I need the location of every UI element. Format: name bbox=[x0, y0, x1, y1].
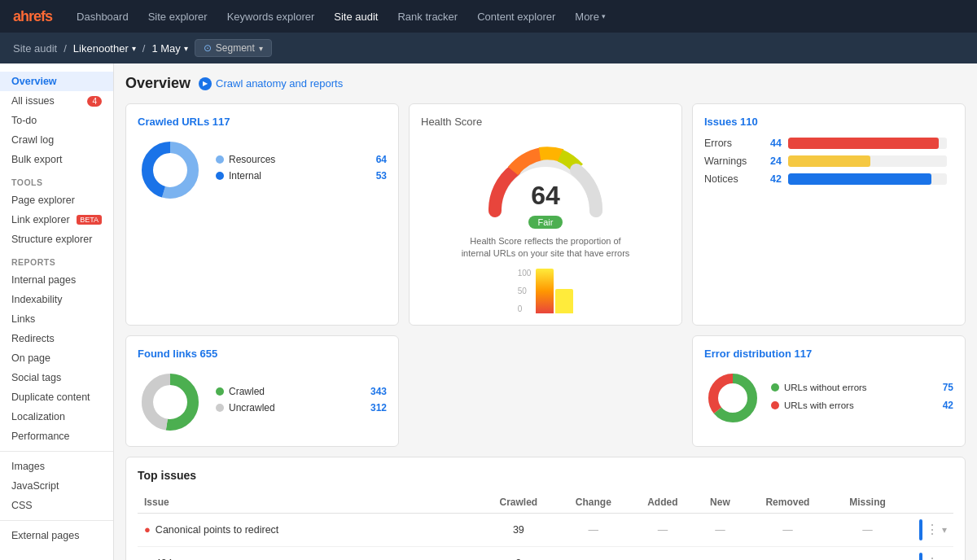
play-icon: ▶ bbox=[199, 77, 212, 90]
sidebar-item-performance[interactable]: Performance bbox=[0, 427, 113, 446]
nav-site-explorer[interactable]: Site explorer bbox=[140, 6, 216, 28]
crawled-urls-card: Crawled URLs 117 bbox=[125, 103, 399, 326]
breadcrumb-sep: / bbox=[64, 42, 67, 55]
resources-dot bbox=[216, 155, 224, 164]
second-cards-row: Found links 655 bbox=[125, 335, 966, 447]
issues-notices-row: Notices 42 bbox=[704, 173, 953, 185]
errors-bar bbox=[788, 138, 939, 149]
issue-new: — bbox=[695, 546, 745, 560]
sidebar-item-links[interactable]: Links bbox=[0, 309, 113, 329]
warnings-bar bbox=[788, 155, 870, 167]
health-score-title: Health Score bbox=[421, 116, 670, 128]
legend-no-errors: URLs without errors 75 bbox=[771, 382, 953, 393]
breadcrumb-bar: Site audit / Likenoother ▾ / 1 May ▾ ⊙ S… bbox=[0, 33, 977, 63]
top-cards-row: Crawled URLs 117 bbox=[125, 103, 966, 326]
sidebar-section-tools: TOOLS bbox=[0, 169, 113, 190]
row-expand-chevron[interactable]: ▾ bbox=[942, 524, 947, 536]
sidebar: Overview All issues 4 To-do Crawl log Bu… bbox=[0, 63, 114, 560]
found-links-card: Found links 655 bbox=[125, 335, 399, 447]
nav-rank-tracker[interactable]: Rank tracker bbox=[389, 6, 466, 28]
warnings-bar-wrap bbox=[788, 155, 947, 167]
sidebar-item-social-tags[interactable]: Social tags bbox=[0, 368, 113, 387]
sidebar-item-bulk-export[interactable]: Bulk export bbox=[0, 150, 113, 169]
issue-added: — bbox=[630, 513, 695, 546]
all-issues-badge: 4 bbox=[87, 96, 102, 107]
sidebar-item-crawl-log[interactable]: Crawl log bbox=[0, 130, 113, 150]
health-score-card: Health Score bbox=[409, 103, 682, 326]
breadcrumb-sep2: / bbox=[142, 42, 146, 55]
issue-missing: — bbox=[830, 546, 905, 560]
breadcrumb-crawl[interactable]: 1 May ▾ bbox=[151, 42, 187, 55]
issue-crawled: 2 bbox=[480, 546, 557, 560]
sidebar-item-internal-pages[interactable]: Internal pages bbox=[0, 270, 113, 290]
sidebar-item-overview[interactable]: Overview bbox=[0, 72, 113, 91]
nav-more[interactable]: More ▾ bbox=[567, 6, 614, 28]
sidebar-item-css[interactable]: CSS bbox=[0, 496, 113, 515]
row-more-dots[interactable]: ⋮ bbox=[926, 522, 939, 537]
sidebar-item-structure-explorer[interactable]: Structure explorer bbox=[0, 230, 113, 249]
nav-content-explorer[interactable]: Content explorer bbox=[469, 6, 563, 28]
issue-added: — bbox=[630, 546, 695, 560]
nav-dashboard[interactable]: Dashboard bbox=[68, 6, 137, 28]
no-errors-dot bbox=[771, 383, 779, 392]
breadcrumb-site[interactable]: Likenoother ▾ bbox=[73, 42, 136, 55]
issue-removed: — bbox=[745, 513, 830, 546]
chevron-down-icon: ▾ bbox=[259, 44, 263, 53]
crawled-urls-legend: Resources 64 Internal 53 bbox=[216, 154, 387, 186]
issue-crawled: 39 bbox=[480, 513, 557, 546]
crawled-urls-title: Crawled URLs 117 bbox=[138, 116, 387, 128]
found-links-donut bbox=[138, 370, 203, 435]
segment-button[interactable]: ⊙ Segment ▾ bbox=[195, 39, 272, 57]
issues-warnings-row: Warnings 24 bbox=[704, 155, 953, 167]
issues-card: Issues 110 Errors 44 Warnings 24 bbox=[692, 103, 966, 326]
page-subtitle-link[interactable]: ▶ Crawl anatomy and reports bbox=[199, 77, 343, 90]
sidebar-item-javascript[interactable]: JavaScript bbox=[0, 476, 113, 496]
logo: ahrefs bbox=[13, 8, 52, 25]
issue-missing: — bbox=[830, 513, 905, 546]
crawled-urls-donut bbox=[138, 138, 203, 203]
nav-keywords-explorer[interactable]: Keywords explorer bbox=[219, 6, 323, 28]
top-issues-table: Issue Crawled Change Added New Removed M… bbox=[138, 492, 953, 560]
sidebar-item-external-pages[interactable]: External pages bbox=[0, 526, 113, 545]
sidebar-item-images[interactable]: Images bbox=[0, 457, 113, 476]
sidebar-item-indexability[interactable]: Indexability bbox=[0, 290, 113, 309]
error-icon: ● bbox=[144, 557, 151, 560]
sidebar-item-duplicate-content[interactable]: Duplicate content bbox=[0, 387, 113, 407]
table-header: Issue Crawled Change Added New Removed M… bbox=[138, 492, 953, 514]
breadcrumb-root[interactable]: Site audit bbox=[13, 42, 57, 55]
chevron-down-icon: ▾ bbox=[132, 44, 136, 53]
health-gauge: 64 bbox=[480, 138, 611, 211]
sidebar-item-link-explorer[interactable]: Link explorer BETA bbox=[0, 210, 113, 230]
sidebar-item-redirects[interactable]: Redirects bbox=[0, 329, 113, 348]
col-change: Change bbox=[557, 492, 630, 514]
row-more-dots[interactable]: ⋮ bbox=[926, 555, 939, 560]
sidebar-item-page-explorer[interactable]: Page explorer bbox=[0, 190, 113, 210]
sidebar-item-on-page[interactable]: On page bbox=[0, 348, 113, 368]
legend-crawled: Crawled 343 bbox=[216, 386, 387, 397]
crawled-dot bbox=[216, 387, 224, 396]
main-area: Overview All issues 4 To-do Crawl log Bu… bbox=[0, 63, 977, 560]
legend-internal: Internal 53 bbox=[216, 170, 387, 182]
error-dist-donut bbox=[704, 370, 761, 429]
internal-dot bbox=[216, 172, 224, 180]
legend-resources: Resources 64 bbox=[216, 154, 387, 165]
health-description: Health Score reflects the proportion of … bbox=[456, 235, 635, 260]
issue-change: — bbox=[557, 513, 630, 546]
notices-bar bbox=[788, 173, 931, 185]
nav-site-audit[interactable]: Site audit bbox=[326, 6, 386, 28]
issues-errors-row: Errors 44 bbox=[704, 138, 953, 149]
page-title: Overview bbox=[125, 75, 191, 92]
top-issues-title: Top issues bbox=[138, 469, 953, 482]
uncrawled-dot bbox=[216, 404, 224, 412]
col-new: New bbox=[695, 492, 745, 514]
sidebar-item-all-issues[interactable]: All issues 4 bbox=[0, 91, 113, 111]
row-bar-indicator bbox=[919, 519, 922, 540]
issue-change: — bbox=[557, 546, 630, 560]
with-errors-dot bbox=[771, 401, 779, 409]
found-links-donut-row: Crawled 343 Uncrawled 312 bbox=[138, 370, 387, 435]
legend-with-errors: URLs with errors 42 bbox=[771, 400, 953, 411]
sidebar-item-todo[interactable]: To-do bbox=[0, 111, 113, 130]
issues-table-body: ● Canonical points to redirect 39 — — — … bbox=[138, 513, 953, 560]
sidebar-item-localization[interactable]: Localization bbox=[0, 407, 113, 427]
col-missing: Missing bbox=[830, 492, 905, 514]
